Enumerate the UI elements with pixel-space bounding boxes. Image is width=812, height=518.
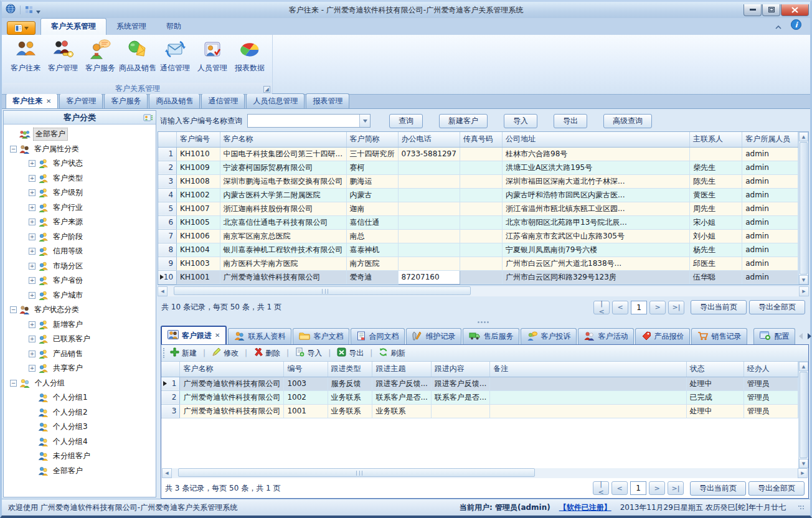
customer-grid-cell[interactable] — [398, 257, 460, 270]
tree-expander-icon[interactable]: + — [29, 336, 35, 342]
dialog-launcher-icon[interactable]: ◢ — [263, 86, 270, 93]
tree-item-全部客户[interactable]: 全部客户 — [7, 464, 156, 479]
followup-grid-hscrollbar[interactable]: ◀ ▶ — [162, 468, 808, 478]
tree-expander-icon[interactable]: + — [29, 365, 35, 372]
minimize-button[interactable] — [744, 4, 762, 16]
tree-expander-icon[interactable]: + — [29, 219, 35, 225]
followup-grid-row-header[interactable]: 3 — [161, 404, 180, 418]
followup-grid-cell[interactable]: 联系客户是否... — [372, 390, 431, 404]
customer-grid-column-header[interactable]: 客户所属人员 — [742, 132, 798, 147]
customer-grid-cell[interactable] — [398, 161, 460, 174]
customer-grid-row[interactable]: 1KH1010中国电子科技集团公司第三十四研...三十四研究所0733-5881… — [158, 147, 798, 161]
customer-grid-hscrollbar[interactable]: ◀ ▶ — [158, 286, 809, 296]
followup-grid-column-header[interactable]: 跟进内容 — [431, 362, 489, 377]
tree-item-客户类型[interactable]: +客户类型 — [7, 171, 156, 186]
followup-prev-page-button[interactable]: < — [611, 481, 628, 495]
customer-grid-cell[interactable]: 内蒙古呼和浩特市回民区内蒙古医... — [503, 188, 690, 202]
tree-item-客户级别[interactable]: +客户级别 — [7, 186, 156, 200]
tree-item-市场分区[interactable]: +市场分区 — [7, 259, 156, 274]
ribbon-tab-系统管理[interactable]: 系统管理 — [106, 19, 156, 35]
customer-grid-row-header[interactable]: 9 — [158, 257, 177, 270]
followup-grid-cell[interactable]: 1002 — [284, 390, 328, 404]
customer-grid-cell[interactable]: 深圳市鹏海运电子数据交换有限公司 — [220, 174, 346, 188]
button-高级查询[interactable]: 高级查询 — [603, 114, 652, 128]
maximize-button[interactable] — [762, 4, 780, 16]
customer-grid-cell[interactable]: 广州市白云区同和路329号123房 — [503, 270, 690, 284]
followup-grid-cell[interactable]: 已完成 — [686, 390, 744, 404]
followup-grid-cell[interactable]: 1001 — [284, 404, 328, 418]
ribbon-button-客户服务[interactable]: 客户服务 — [82, 37, 119, 75]
tree-expander-icon[interactable]: + — [29, 321, 35, 328]
tree-expander-icon[interactable]: + — [29, 233, 35, 240]
customer-grid-cell[interactable]: 宋小姐 — [690, 215, 742, 229]
customer-grid-cell[interactable] — [460, 270, 502, 284]
detail-tab-客户投诉[interactable]: 客户投诉 — [521, 328, 577, 344]
customer-grid-column-header[interactable]: 传真号码 — [460, 132, 502, 147]
customer-grid-cell[interactable]: KH1002 — [177, 188, 220, 202]
tree-expander-icon[interactable]: + — [29, 189, 35, 196]
close-tab-icon[interactable]: ✕ — [46, 98, 51, 105]
detail-tab-销售记录[interactable]: 销售记录 — [691, 328, 747, 344]
tree-item-客户属性分类[interactable]: −客户属性分类 — [7, 142, 156, 157]
tree-item-客户状态分类[interactable]: −客户状态分类 — [7, 303, 156, 318]
customer-last-page-button[interactable]: >| — [668, 301, 684, 314]
customer-grid-cell[interactable]: 周先生 — [690, 202, 742, 215]
detail-tab-售后服务[interactable]: 售后服务 — [463, 328, 519, 344]
customer-grid-row-header[interactable]: 8 — [158, 243, 177, 257]
tree-expander-icon[interactable]: − — [10, 380, 17, 387]
tree-item-个人分组[interactable]: −个人分组 — [7, 376, 156, 391]
followup-grid-cell[interactable]: 广州爱奇迪软件科技有限公司 — [180, 390, 284, 404]
customer-grid-cell[interactable]: 三十四研究所 — [346, 147, 398, 161]
customer-grid-cell[interactable]: admin — [742, 188, 798, 202]
customer-grid-row-header[interactable]: 2 — [158, 161, 177, 174]
customer-grid-row[interactable]: 3KH1008深圳市鹏海运电子数据交换有限公司鹏海运深圳市福田区深南大道北竹子林… — [158, 174, 798, 188]
customer-grid-cell[interactable]: KH1004 — [177, 243, 220, 257]
followup-first-page-button[interactable]: |< — [593, 481, 609, 495]
customer-grid-cell[interactable] — [460, 174, 502, 188]
ribbon-tab-帮助[interactable]: 帮助 — [156, 19, 191, 35]
followup-grid-cell[interactable] — [490, 404, 686, 418]
customer-grid-cell[interactable] — [460, 161, 502, 174]
customer-grid-cell[interactable]: admin — [742, 229, 798, 243]
customer-grid-cell[interactable]: 内蒙古 — [346, 188, 398, 202]
customer-grid-cell[interactable]: 洪塘工业A区洪大路195号 — [503, 161, 690, 174]
customer-grid-cell[interactable]: 南总 — [346, 229, 398, 243]
customer-grid-cell[interactable]: 0733-5881297 — [398, 147, 460, 161]
followup-grid-cell[interactable]: 管理员 — [744, 404, 798, 418]
customer-grid-cell[interactable]: 浙江省温州市瓯北镇东瓯工业区园... — [503, 202, 690, 215]
customer-grid-cell[interactable] — [398, 243, 460, 257]
collapse-ribbon-icon[interactable] — [775, 20, 782, 32]
customer-prev-page-button[interactable]: < — [612, 301, 628, 314]
customer-grid-cell[interactable]: 南方医院 — [346, 257, 398, 270]
customer-grid-cell[interactable] — [460, 243, 502, 257]
customer-grid-cell[interactable]: 嘉泰神机 — [346, 243, 398, 257]
customer-grid-cell[interactable]: 宁夏银川凤凰南街79号六楼 — [503, 243, 690, 257]
help-info-icon[interactable]: i — [791, 19, 801, 32]
followup-grid-column-header[interactable]: 跟进类型 — [328, 362, 372, 377]
customer-grid-cell[interactable]: 黄医生 — [690, 188, 742, 202]
customer-grid-row[interactable]: 5KH1007浙江迦南科技股份有限公司迦南浙江省温州市瓯北镇东瓯工业区园...周… — [158, 202, 798, 215]
customer-grid-cell[interactable] — [398, 202, 460, 215]
customer-grid-cell[interactable]: 87207160 — [398, 270, 460, 284]
software-registered-link[interactable]: 【软件已注册】 — [559, 502, 611, 513]
customer-grid-cell[interactable]: 爱奇迪 — [346, 270, 398, 284]
followup-grid-cell[interactable]: 业务联系 — [328, 390, 372, 404]
tree-expander-icon[interactable]: + — [29, 160, 35, 167]
customer-grid-column-header[interactable]: 客户名称 — [220, 132, 346, 147]
doc-tab-商品及销售[interactable]: 商品及销售 — [149, 93, 200, 108]
combo-dropdown-icon[interactable] — [359, 115, 370, 127]
customer-grid-row-header[interactable]: 10 — [158, 270, 177, 284]
customer-grid-cell[interactable]: KH1010 — [177, 147, 220, 161]
toolbar-button-新建[interactable]: 新建 — [168, 346, 199, 360]
ribbon-tab-客户关系管理[interactable]: 客户关系管理 — [40, 18, 106, 35]
customer-grid-column-header[interactable] — [158, 132, 177, 147]
followup-grid-column-header[interactable]: 备注 — [490, 362, 686, 377]
customer-grid-cell[interactable]: 南方医科大学南方医院 — [220, 257, 346, 270]
customer-grid-cell[interactable]: 银川嘉泰神机工程软件技术有限公司 — [220, 243, 346, 257]
customer-next-page-button[interactable]: > — [649, 301, 666, 314]
button-导出[interactable]: 导出 — [554, 114, 587, 128]
followup-grid-cell[interactable]: 联系客户是否... — [431, 390, 489, 404]
customer-grid-cell[interactable]: 浙江迦南科技股份有限公司 — [220, 202, 346, 215]
customer-grid-cell[interactable]: 广州爱奇迪软件科技有限公司 — [220, 270, 346, 284]
customer-grid-cell[interactable]: 广州市白云区广州大道北1838号... — [503, 257, 690, 270]
